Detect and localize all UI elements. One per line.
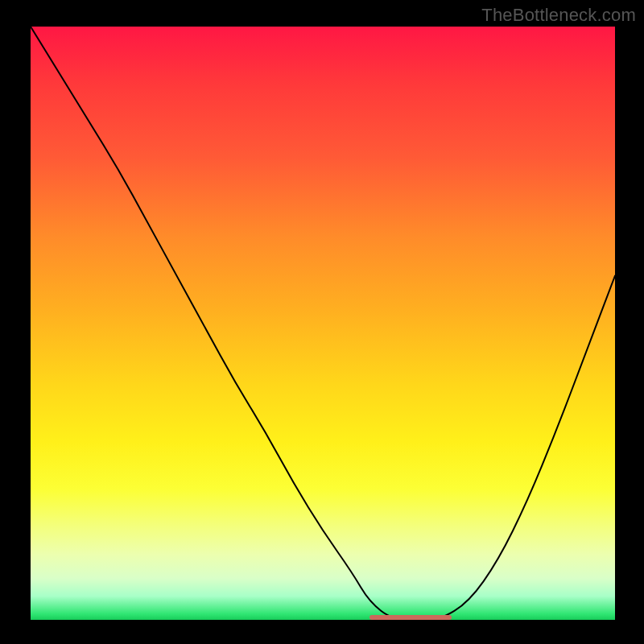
- watermark-text: TheBottleneck.com: [481, 5, 636, 26]
- chart-bottom-highlight: [369, 615, 452, 620]
- chart-curve: [0, 0, 644, 644]
